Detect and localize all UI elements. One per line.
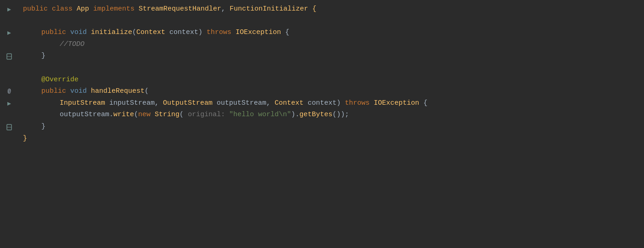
gutter: @	[0, 0, 18, 248]
code-editor: @ public class App implements StreamRequ…	[0, 0, 644, 248]
gutter-line-4	[0, 51, 18, 62]
gutter-line-7: @	[0, 86, 18, 98]
gutter-line-10	[0, 121, 18, 133]
code-content: public class App implements StreamReques…	[18, 0, 644, 248]
code-line-6: @Override	[23, 74, 644, 86]
code-line-3: //TODO	[23, 39, 644, 51]
gutter-line-11	[0, 133, 18, 145]
code-line-4: }	[23, 51, 644, 62]
svg-marker-1	[7, 31, 11, 35]
gutter-line-2	[0, 27, 18, 39]
svg-marker-4	[7, 102, 11, 106]
gutter-line-9	[0, 109, 18, 121]
code-line-2: public void initialize(Context context) …	[23, 27, 644, 39]
gutter-line-8	[0, 98, 18, 110]
code-line-9: outputStream.write(new String( original:…	[23, 109, 644, 121]
gutter-line-3	[0, 39, 18, 51]
gutter-line-5	[0, 62, 18, 74]
gutter-line-0	[0, 4, 18, 16]
gutter-line-1	[0, 16, 18, 28]
code-line-0: public class App implements StreamReques…	[23, 4, 644, 16]
code-line-7: public void handleRequest(	[23, 86, 644, 98]
code-line-5	[23, 62, 644, 74]
code-line-10: }	[23, 121, 644, 133]
gutter-line-6	[0, 74, 18, 86]
code-line-8: InputStream inputStream, OutputStream ou…	[23, 98, 644, 110]
code-line-11: }	[23, 133, 644, 145]
svg-marker-0	[7, 8, 11, 11]
code-line-1	[23, 16, 644, 28]
